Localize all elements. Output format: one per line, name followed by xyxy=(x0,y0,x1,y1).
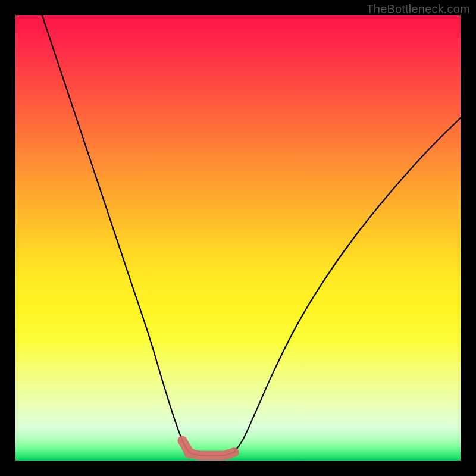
curve-layer xyxy=(15,15,461,461)
series-left-branch xyxy=(42,15,189,453)
chart-frame: TheBottleneck.com xyxy=(0,0,476,476)
watermark-text: TheBottleneck.com xyxy=(366,2,470,16)
valley-highlight xyxy=(183,440,234,456)
plot-area xyxy=(15,15,461,461)
series-right-branch xyxy=(234,118,461,452)
